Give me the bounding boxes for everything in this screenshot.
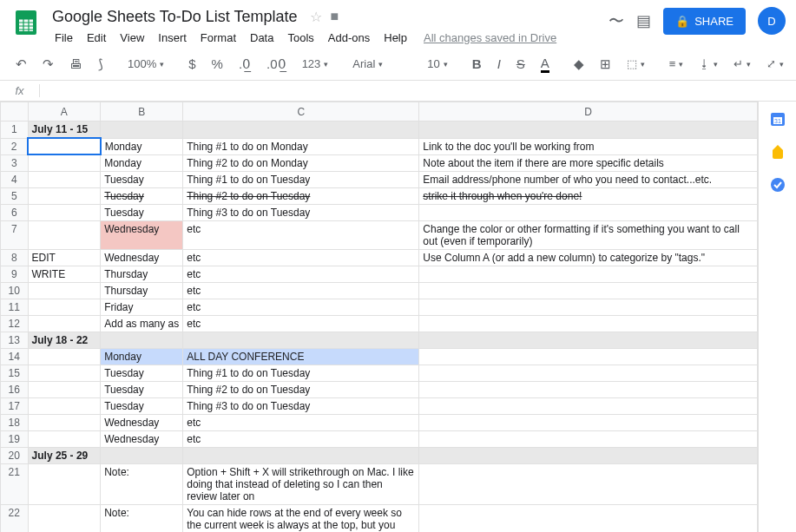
row-header[interactable]: 3 <box>1 154 29 171</box>
cell[interactable] <box>28 204 101 220</box>
cell[interactable] <box>101 122 183 139</box>
cell[interactable] <box>419 430 758 447</box>
cell[interactable]: Monday <box>101 154 183 171</box>
h-align-icon[interactable]: ≡▾ <box>664 54 689 74</box>
zoom-select[interactable]: 100%▾ <box>122 54 169 74</box>
cell[interactable]: etc <box>183 414 419 430</box>
share-button[interactable]: 🔒 SHARE <box>663 8 746 35</box>
cell[interactable]: Thing #3 to do on Tuesday <box>183 397 419 414</box>
cell[interactable] <box>419 504 758 532</box>
cell[interactable] <box>28 138 101 154</box>
row-header[interactable]: 13 <box>1 332 29 348</box>
calendar-icon[interactable]: 31 <box>769 110 786 128</box>
menu-edit[interactable]: Edit <box>81 28 112 48</box>
row-header[interactable]: 7 <box>1 220 29 249</box>
cell[interactable] <box>183 332 419 348</box>
cell[interactable]: Tuesday <box>101 187 183 204</box>
cell[interactable] <box>419 365 758 381</box>
row-header[interactable]: 17 <box>1 397 29 414</box>
cell[interactable]: Email address/phone number of who you ne… <box>419 171 758 187</box>
cell[interactable]: Thing #1 to do on Tuesday <box>183 171 419 187</box>
cell[interactable]: Wednesday <box>101 414 183 430</box>
undo-icon[interactable]: ↶ <box>10 53 32 76</box>
cell[interactable] <box>419 315 758 332</box>
more-formats[interactable]: 123▾ <box>297 54 334 74</box>
cell[interactable]: Tuesday <box>101 204 183 220</box>
cell[interactable]: Note: <box>101 463 183 504</box>
comments-icon[interactable]: ▤ <box>636 11 651 30</box>
row-header[interactable]: 11 <box>1 299 29 315</box>
cell[interactable] <box>419 348 758 365</box>
menu-tools[interactable]: Tools <box>281 28 319 48</box>
decrease-decimal-icon[interactable]: .0̲ <box>234 53 256 76</box>
cell[interactable]: Tuesday <box>101 381 183 397</box>
avatar[interactable]: D <box>758 7 786 35</box>
cell[interactable]: Thing #3 to do on Tuesday <box>183 204 419 220</box>
cell[interactable]: Note: <box>101 504 183 532</box>
cell[interactable] <box>28 315 101 332</box>
cell[interactable] <box>419 122 758 139</box>
cell[interactable] <box>28 397 101 414</box>
cell[interactable]: WRITE <box>28 266 101 282</box>
cell[interactable] <box>28 171 101 187</box>
cell[interactable]: Monday <box>101 138 183 154</box>
cell[interactable]: Tuesday <box>101 397 183 414</box>
cell[interactable]: Thursday <box>101 282 183 299</box>
cell[interactable] <box>419 397 758 414</box>
menu-help[interactable]: Help <box>378 28 413 48</box>
cell[interactable] <box>28 282 101 299</box>
cell[interactable] <box>28 348 101 365</box>
italic-icon[interactable]: I <box>492 53 506 75</box>
cell[interactable]: Friday <box>101 299 183 315</box>
rotate-icon[interactable]: ⤢▾ <box>761 54 789 74</box>
menu-format[interactable]: Format <box>194 28 242 48</box>
row-header[interactable]: 10 <box>1 282 29 299</box>
row-header[interactable]: 12 <box>1 315 29 332</box>
cell[interactable]: Add as many as <box>101 315 183 332</box>
row-header[interactable]: 19 <box>1 430 29 447</box>
star-icon[interactable]: ☆ <box>310 9 322 25</box>
bold-icon[interactable]: B <box>467 53 487 75</box>
cell[interactable]: etc <box>183 299 419 315</box>
cell[interactable]: EDIT <box>28 249 101 266</box>
cell[interactable]: etc <box>183 315 419 332</box>
cell[interactable]: Thing #2 to do on Monday <box>183 154 419 171</box>
cell[interactable]: Tuesday <box>101 365 183 381</box>
row-header[interactable]: 1 <box>1 122 29 139</box>
row-header[interactable]: 16 <box>1 381 29 397</box>
merge-cells-icon[interactable]: ⬚▾ <box>622 54 650 74</box>
menu-file[interactable]: File <box>49 28 79 48</box>
row-header[interactable]: 18 <box>1 414 29 430</box>
borders-icon[interactable]: ⊞ <box>595 53 616 76</box>
activity-icon[interactable]: 〜 <box>609 10 624 31</box>
cell[interactable] <box>183 122 419 139</box>
cell[interactable] <box>183 447 419 463</box>
row-header[interactable]: 20 <box>1 447 29 463</box>
menu-view[interactable]: View <box>114 28 150 48</box>
cell[interactable] <box>28 381 101 397</box>
wrap-icon[interactable]: ↵▾ <box>728 54 756 74</box>
save-status[interactable]: All changes saved in Drive <box>424 28 556 48</box>
cell[interactable] <box>419 381 758 397</box>
cell[interactable]: strike it through when you're done! <box>419 187 758 204</box>
tasks-icon[interactable] <box>769 176 786 194</box>
increase-decimal-icon[interactable]: .00̲ <box>261 53 292 76</box>
cell[interactable]: Option + Shift + X will strikethrough on… <box>183 463 419 504</box>
cell[interactable]: Wednesday <box>101 430 183 447</box>
row-header[interactable]: 8 <box>1 249 29 266</box>
row-header[interactable]: 9 <box>1 266 29 282</box>
row-header[interactable]: 14 <box>1 348 29 365</box>
keep-icon[interactable] <box>769 143 786 161</box>
cell[interactable]: Thing #1 to do on Tuesday <box>183 365 419 381</box>
row-header[interactable]: 2 <box>1 138 29 154</box>
cell[interactable]: Thing #2 to do on Tuesday <box>183 381 419 397</box>
cell[interactable]: ALL DAY CONFERENCE <box>183 348 419 365</box>
cell[interactable]: Wednesday <box>101 220 183 249</box>
cell[interactable]: Thursday <box>101 266 183 282</box>
document-title[interactable]: Google Sheets To-Do List Template <box>49 6 301 28</box>
cell[interactable] <box>419 414 758 430</box>
folder-icon[interactable]: ■ <box>331 9 339 24</box>
cell[interactable]: etc <box>183 266 419 282</box>
cell[interactable]: etc <box>183 430 419 447</box>
cell[interactable] <box>28 365 101 381</box>
